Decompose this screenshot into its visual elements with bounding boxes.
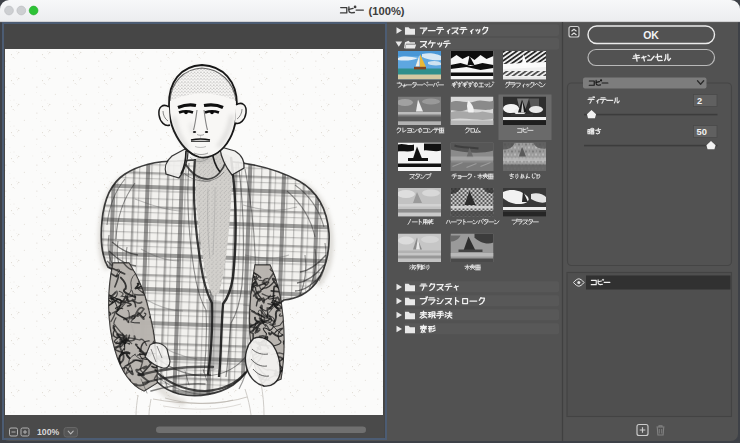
svg-text:2: 2 xyxy=(697,96,702,106)
svg-text:100%: 100% xyxy=(37,427,59,437)
svg-text:(100%): (100%) xyxy=(369,5,405,17)
svg-text:OK: OK xyxy=(643,29,659,41)
svg-text:50: 50 xyxy=(697,127,707,137)
